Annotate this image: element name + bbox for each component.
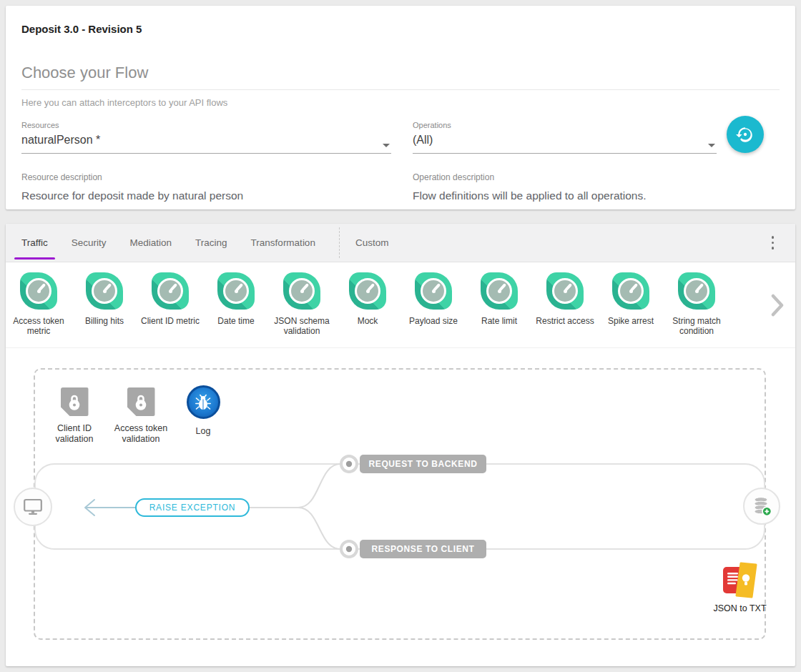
interceptor-item[interactable]: Client ID metric [137,262,203,326]
gauge-icon [678,272,715,310]
backend-endpoint-add[interactable] [743,488,780,525]
chevron-down-icon[interactable] [383,144,390,147]
attached-interceptor-label: Log [167,426,239,437]
interceptor-item[interactable]: Date time [203,262,269,326]
resources-value[interactable]: naturalPerson * [21,134,391,154]
section-title: Choose your Flow [21,64,780,90]
monitor-icon [23,498,43,516]
interceptor-label: String match condition [664,316,729,336]
gauge-icon [349,272,386,310]
flow-editor-card: Traffic Security Mediation Tracing Trans… [6,224,795,666]
gauge-icon [283,272,320,310]
database-add-icon [751,495,772,517]
client-endpoint [14,488,52,526]
attached-client-id-validation[interactable]: Client ID validation [39,387,110,445]
converter-label: JSON to TXT [713,603,766,613]
lock-tag-icon [127,387,155,416]
chevron-down-icon[interactable] [708,144,715,147]
gauge-icon [152,272,189,310]
interceptor-item[interactable]: JSON schema validation [269,262,335,336]
attached-interceptor-label: Access token validation [105,423,177,445]
interceptor-item[interactable]: Restrict access [532,262,598,326]
interceptor-category-tabs: Traffic Security Mediation Tracing Trans… [6,224,795,262]
interceptor-label: Mock [358,316,378,326]
gauge-icon [415,272,452,310]
operations-value[interactable]: (All) [413,134,717,154]
interceptor-label: Spike arrest [608,316,654,326]
interceptor-label: Billing hits [85,316,124,326]
interceptor-item[interactable]: Mock [335,262,400,326]
gauge-icon [481,272,518,310]
interceptor-label: Rate limit [481,316,517,326]
raise-exception-pill[interactable]: RAISE EXCEPTION [135,498,250,517]
gauge-icon [86,272,123,310]
gauge-icon [546,272,584,310]
tab-mediation[interactable]: Mediation [123,224,180,262]
json-to-txt-icon [720,561,760,598]
interceptor-item[interactable]: Rate limit [466,262,532,326]
resource-description-value: Resource for deposit made by natural per… [21,189,391,202]
interceptor-label: JSON schema validation [269,316,335,336]
flow-canvas[interactable]: Client ID validation Access token valida… [6,348,795,666]
interceptor-item[interactable]: Access token metric [6,262,72,336]
chevron-right-icon [771,294,784,317]
interceptor-label: Client ID metric [141,316,200,326]
resource-description-label: Resource description [21,172,391,182]
section-subtitle: Here you can attach interceptors to your… [21,97,780,108]
operations-label: Operations [413,121,717,129]
tab-divider [339,227,340,258]
attached-log[interactable]: Log [167,385,239,437]
api-revision-card: Deposit 3.0 - Revision 5 Choose your Flo… [6,6,795,209]
gauge-icon [20,272,57,310]
response-to-client-pill[interactable]: RESPONSE TO CLIENT [360,540,486,558]
interceptor-item[interactable]: Payload size [400,262,466,326]
interceptor-item[interactable]: Spike arrest [598,262,664,326]
tab-transformation[interactable]: Transformation [244,224,323,262]
request-to-backend-pill[interactable]: REQUEST TO BACKEND [360,455,486,473]
interceptor-item[interactable]: Billing hits [72,262,137,326]
bug-icon [187,385,220,419]
operation-description-label: Operation description [413,172,756,182]
attached-json-to-txt[interactable]: JSON to TXT [699,561,781,613]
resources-select[interactable]: Resources naturalPerson * [21,121,391,154]
more-options-icon[interactable] [769,233,777,252]
tab-security[interactable]: Security [64,224,114,262]
interceptor-label: Access token metric [6,316,72,336]
interceptor-item[interactable]: String match condition [664,262,729,336]
description-row: Resource description Resource for deposi… [21,172,780,202]
history-restore-icon [736,125,755,144]
tab-custom[interactable]: Custom [348,224,396,262]
lock-tag-icon [61,387,89,416]
flow-history-button[interactable] [727,116,764,153]
operations-select[interactable]: Operations (All) [413,121,717,154]
interceptor-label: Date time [217,316,254,326]
interceptor-label: Restrict access [536,316,594,326]
gauge-icon [217,272,255,310]
page-title: Deposit 3.0 - Revision 5 [21,23,780,35]
resources-label: Resources [21,121,391,129]
tab-traffic[interactable]: Traffic [14,224,55,262]
tray-scroll-right-button[interactable] [771,294,784,320]
interceptor-label: Payload size [409,316,458,326]
tab-tracing[interactable]: Tracing [188,224,235,262]
operation-description-value: Flow definitions will be applied to all … [413,189,756,202]
interceptor-tray: Access token metric Billing hits Client … [6,262,795,348]
flow-selector-row: Resources naturalPerson * Operations (Al… [21,121,780,154]
gauge-icon [612,272,649,310]
attached-access-token-validation[interactable]: Access token validation [105,387,177,445]
attached-interceptor-label: Client ID validation [39,423,110,445]
